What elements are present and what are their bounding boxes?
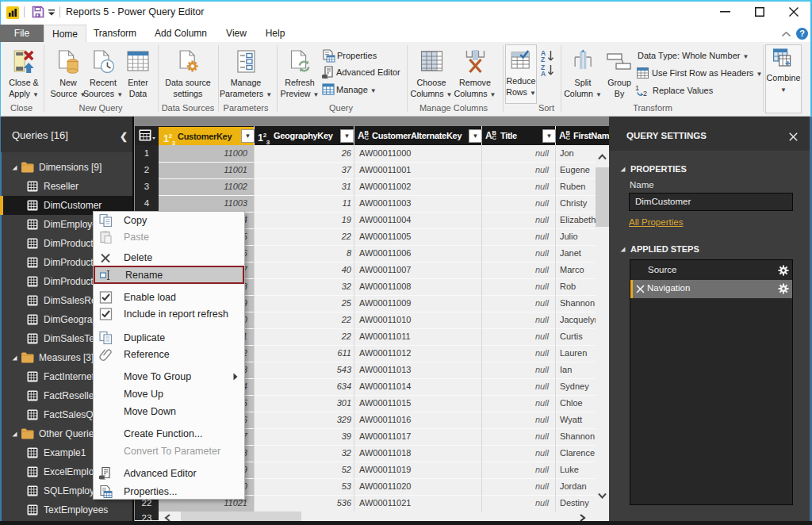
- svg-text:1: 1: [635, 84, 639, 92]
- svg-text:Z: Z: [541, 56, 545, 63]
- svg-text:A: A: [541, 70, 546, 76]
- svg-text:2: 2: [643, 90, 647, 97]
